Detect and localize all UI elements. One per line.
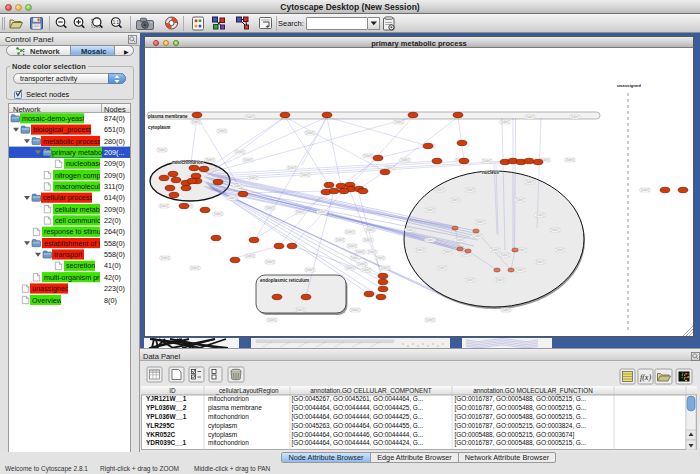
- svg-text:multi-organism proc: multi-organism proc: [44, 273, 108, 282]
- svg-text:264(0): 264(0): [104, 227, 125, 236]
- svg-text:[label]: [label]: [501, 253, 509, 257]
- svg-text:[label]: [label]: [246, 115, 254, 119]
- svg-text:[GO:0044464, GO:0044446, GO:00: [GO:0044464, GO:0044446, GO:0044444, G..…: [292, 431, 424, 439]
- svg-text:[label]: [label]: [536, 260, 544, 264]
- svg-text:[GO:0016787, GO:0005215, GO:00: [GO:0016787, GO:0005215, GO:0003824, G..…: [455, 422, 587, 430]
- svg-text:mitochondrion: mitochondrion: [208, 395, 249, 402]
- svg-text:[label]: [label]: [246, 254, 254, 258]
- svg-text:mitochondrion: mitochondrion: [208, 439, 249, 446]
- svg-text:[label]: [label]: [351, 308, 359, 312]
- svg-text:[label]: [label]: [491, 248, 499, 252]
- svg-text:[label]: [label]: [426, 208, 434, 212]
- svg-text:response to stimulu: response to stimulu: [44, 227, 106, 236]
- svg-text:[label]: [label]: [366, 228, 374, 232]
- svg-text:[label]: [label]: [296, 210, 304, 214]
- svg-text:[GO:0016787, GO:0005488, GO:00: [GO:0016787, GO:0005488, GO:0005215, G..…: [455, 413, 587, 421]
- svg-text:[label]: [label]: [526, 115, 534, 119]
- svg-text:[label]: [label]: [395, 120, 403, 124]
- svg-text:[label]: [label]: [518, 248, 526, 252]
- svg-text:41(0): 41(0): [104, 261, 121, 270]
- svg-text:[GO:0045267, GO:0045261, GO:00: [GO:0045267, GO:0045261, GO:0044464, G..…: [292, 395, 424, 403]
- svg-text:[label]: [label]: [228, 196, 236, 200]
- svg-text:[label]: [label]: [364, 238, 372, 242]
- svg-text:YPL036W__2: YPL036W__2: [146, 404, 187, 411]
- svg-text:[label]: [label]: [348, 244, 356, 248]
- svg-text:[label]: [label]: [556, 248, 564, 252]
- svg-text:223(0): 223(0): [104, 284, 125, 293]
- svg-text:mosaic-demo-yeast: mosaic-demo-yeast: [22, 114, 85, 123]
- svg-text:[label]: [label]: [318, 210, 326, 214]
- svg-text:558(0): 558(0): [104, 239, 125, 248]
- svg-text:[label]: [label]: [266, 206, 274, 210]
- svg-text:874(0): 874(0): [104, 114, 125, 123]
- svg-text:209(...: 209(...: [104, 148, 124, 157]
- svg-text:mitochondrion: mitochondrion: [172, 160, 204, 165]
- svg-text:[label]: [label]: [301, 173, 309, 177]
- svg-text:[label]: [label]: [456, 238, 464, 242]
- svg-text:[label]: [label]: [416, 248, 424, 252]
- svg-text:558(0): 558(0): [104, 250, 125, 259]
- svg-text:[GO:0005488, GO:0005215, GO:00: [GO:0005488, GO:0005215, GO:0003674]: [455, 431, 575, 439]
- svg-text:[label]: [label]: [351, 256, 359, 260]
- svg-text:[label]: [label]: [158, 148, 166, 152]
- svg-text:1:1: 1:1: [113, 20, 120, 25]
- svg-text:[label]: [label]: [438, 266, 446, 270]
- svg-text:[label]: [label]: [236, 150, 244, 154]
- svg-text:[label]: [label]: [191, 266, 199, 270]
- svg-text:[label]: [label]: [436, 188, 444, 192]
- svg-text:f(x): f(x): [640, 373, 651, 382]
- svg-text:secretion: secretion: [66, 261, 95, 270]
- svg-text:YDR039C__1: YDR039C__1: [146, 439, 186, 446]
- svg-text:Overview: Overview: [32, 296, 63, 305]
- svg-text:biological_process: biological_process: [33, 125, 93, 134]
- svg-text:[label]: [label]: [368, 250, 376, 254]
- svg-text:[GO:0045263, GO:0044464, GO:00: [GO:0045263, GO:0044464, GO:0044455, G..…: [292, 422, 424, 430]
- svg-text:plasma membrane: plasma membrane: [208, 404, 262, 412]
- svg-text:[label]: [label]: [444, 250, 452, 254]
- svg-text:mitochondrion: mitochondrion: [208, 413, 249, 420]
- svg-text:[GO:0016787, GO:0005488, GO:00: [GO:0016787, GO:0005488, GO:0005215, G..…: [455, 404, 587, 412]
- svg-text:[label]: [label]: [502, 308, 510, 312]
- svg-text:[label]: [label]: [536, 213, 544, 217]
- svg-text:YKR052C: YKR052C: [146, 431, 176, 438]
- svg-text:280(0): 280(0): [104, 137, 125, 146]
- svg-text:[label]: [label]: [288, 166, 296, 170]
- svg-text:[label]: [label]: [451, 198, 459, 202]
- svg-text:614(0): 614(0): [104, 193, 125, 202]
- svg-text:[label]: [label]: [346, 266, 354, 270]
- svg-text:[label]: [label]: [466, 188, 474, 192]
- svg-text:cytoplasm: cytoplasm: [208, 422, 237, 430]
- svg-text:209(0): 209(0): [104, 171, 125, 180]
- svg-text:[label]: [label]: [466, 278, 474, 282]
- svg-text:[GO:0044464, GO:0044444, GO:00: [GO:0044464, GO:0044444, GO:0044424, G..…: [292, 439, 424, 447]
- svg-text:primary metaboli: primary metaboli: [52, 148, 106, 157]
- svg-text:[label]: [label]: [249, 176, 257, 180]
- svg-text:[label]: [label]: [566, 158, 574, 162]
- svg-text:[label]: [label]: [426, 318, 434, 322]
- svg-text:YPL036W__1: YPL036W__1: [146, 413, 187, 420]
- svg-text:[label]: [label]: [244, 158, 252, 162]
- svg-text:transport: transport: [54, 250, 82, 259]
- svg-text:[label]: [label]: [268, 318, 276, 322]
- svg-text:[label]: [label]: [234, 184, 242, 188]
- svg-text:establishment of loc: establishment of loc: [44, 239, 108, 248]
- svg-text:[label]: [label]: [406, 228, 414, 232]
- svg-text:[GO:0044464, GO:0044444, GO:00: [GO:0044464, GO:0044444, GO:0044425, G..…: [292, 413, 424, 421]
- svg-text:[label]: [label]: [214, 212, 222, 216]
- svg-text:[label]: [label]: [526, 180, 534, 184]
- svg-text:[label]: [label]: [571, 115, 579, 119]
- svg-text:endoplasmic reticulum: endoplasmic reticulum: [260, 278, 309, 283]
- svg-text:[label]: [label]: [346, 230, 354, 234]
- svg-text:plasma membrane: plasma membrane: [148, 114, 188, 119]
- svg-text:[GO:0016787, GO:0005488, GO:00: [GO:0016787, GO:0005488, GO:0005215, G..…: [455, 439, 587, 447]
- svg-text:[label]: [label]: [192, 120, 200, 124]
- svg-text:[label]: [label]: [266, 260, 274, 264]
- svg-text:[label]: [label]: [160, 204, 168, 208]
- svg-text:209(0): 209(0): [104, 205, 125, 214]
- svg-text:[label]: [label]: [551, 228, 559, 232]
- svg-text:_cellularLayoutRegion: _cellularLayoutRegion: [214, 387, 279, 395]
- svg-text:unassigned: unassigned: [32, 284, 69, 293]
- svg-text:22(0): 22(0): [104, 216, 121, 225]
- svg-text:[label]: [label]: [336, 238, 344, 242]
- svg-text:[label]: [label]: [474, 234, 482, 238]
